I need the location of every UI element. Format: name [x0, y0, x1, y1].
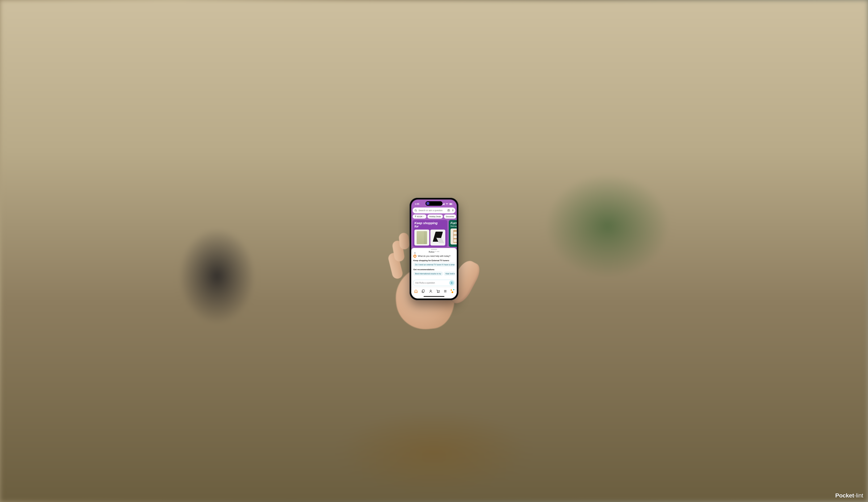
tab-rufus[interactable] — [450, 289, 455, 294]
tab-cart[interactable] — [435, 288, 441, 294]
status-time: 1:05 — [415, 203, 419, 205]
rufus-dot-icon — [452, 291, 453, 293]
furniture-card[interactable]: Furn Reimag — [449, 220, 457, 247]
chip-label: Holiday Deals — [429, 215, 441, 217]
tab-home[interactable] — [413, 288, 419, 294]
camera-icon[interactable] — [447, 209, 450, 212]
svg-point-17 — [430, 290, 431, 291]
home-indicator[interactable] — [411, 295, 457, 298]
filter-chip[interactable]: Groceries — [444, 214, 456, 219]
mic-icon — [451, 281, 453, 284]
svg-rect-5 — [450, 203, 452, 205]
svg-rect-1 — [443, 204, 443, 205]
bottom-tab-bar — [411, 287, 457, 295]
svg-rect-15 — [451, 282, 452, 283]
wifi-icon — [446, 203, 448, 205]
mic-icon[interactable] — [452, 209, 454, 212]
search-input[interactable] — [418, 209, 446, 212]
search-icon — [414, 209, 417, 212]
battery-icon — [449, 203, 453, 205]
rufus-section-heading: Get recommendations — [413, 268, 455, 270]
filter-chip[interactable]: Holiday Deals — [427, 214, 443, 219]
user-icon — [429, 289, 433, 293]
svg-rect-6 — [453, 204, 453, 204]
keep-shopping-card[interactable]: Keep shoppingfor — [413, 220, 447, 247]
phone-screen: 1:05 — [411, 199, 457, 298]
svg-point-10 — [448, 210, 449, 211]
product-thumb[interactable] — [451, 228, 457, 245]
tab-account[interactable] — [428, 288, 433, 294]
svg-line-8 — [416, 211, 417, 211]
rufus-dot-icon — [453, 289, 454, 290]
suggestion-chip[interactable]: Do I need an external TV tuner if I have… — [413, 263, 455, 267]
tab-inspire[interactable] — [421, 288, 426, 294]
rufus-dot-icon — [451, 289, 452, 291]
filter-chip-row: 92104 Holiday Deals Groceries Me — [411, 214, 457, 220]
rufus-input[interactable] — [415, 281, 449, 284]
svg-rect-2 — [443, 204, 444, 205]
sheet-title: Rufus®beta — [428, 251, 439, 253]
island-app-icon — [426, 202, 429, 205]
svg-point-18 — [437, 292, 438, 293]
watermark: Pocket-lint — [835, 492, 863, 499]
svg-rect-9 — [447, 209, 450, 211]
rufus-prompt: What do you need help with today? — [418, 255, 450, 257]
rufus-section-heading: Keep shopping for External TV tuners — [413, 259, 455, 262]
svg-rect-3 — [444, 203, 445, 205]
dynamic-island — [425, 201, 443, 206]
rufus-sheet[interactable]: Rufus®beta What do you need help with to… — [411, 248, 457, 298]
cart-icon — [436, 289, 440, 293]
hero-carousel[interactable]: Keep shoppingfor Furn Reimag — [411, 220, 457, 247]
phone-frame: 1:05 — [410, 198, 458, 300]
product-thumb[interactable] — [414, 229, 429, 246]
close-icon — [414, 252, 416, 254]
close-button[interactable] — [413, 251, 417, 255]
suggestion-chip[interactable]: Kids' knit bea — [444, 272, 455, 276]
search-bar[interactable] — [413, 207, 455, 213]
svg-point-7 — [415, 209, 416, 211]
rufus-mic-button[interactable] — [449, 280, 454, 285]
home-icon — [414, 289, 418, 293]
svg-point-19 — [439, 292, 439, 293]
location-chip[interactable]: 92104 — [413, 214, 426, 219]
svg-rect-11 — [453, 209, 453, 211]
svg-point-12 — [415, 216, 416, 216]
card-subtitle: Reimag — [451, 225, 457, 227]
menu-icon — [444, 289, 447, 293]
chip-label: Groceries — [446, 215, 454, 217]
suggestion-chip[interactable]: Best international snacks to try — [413, 272, 443, 276]
chevron-down-icon — [423, 216, 424, 217]
card-title: Keep shoppingfor — [414, 222, 446, 228]
product-thumb[interactable] — [430, 229, 445, 246]
tab-menu[interactable] — [443, 288, 448, 294]
location-chip-label: 92104 — [417, 215, 422, 217]
layers-icon — [421, 289, 425, 293]
rufus-input-bar[interactable] — [413, 280, 455, 286]
card-title: Furn — [451, 222, 457, 225]
svg-rect-16 — [423, 290, 424, 292]
